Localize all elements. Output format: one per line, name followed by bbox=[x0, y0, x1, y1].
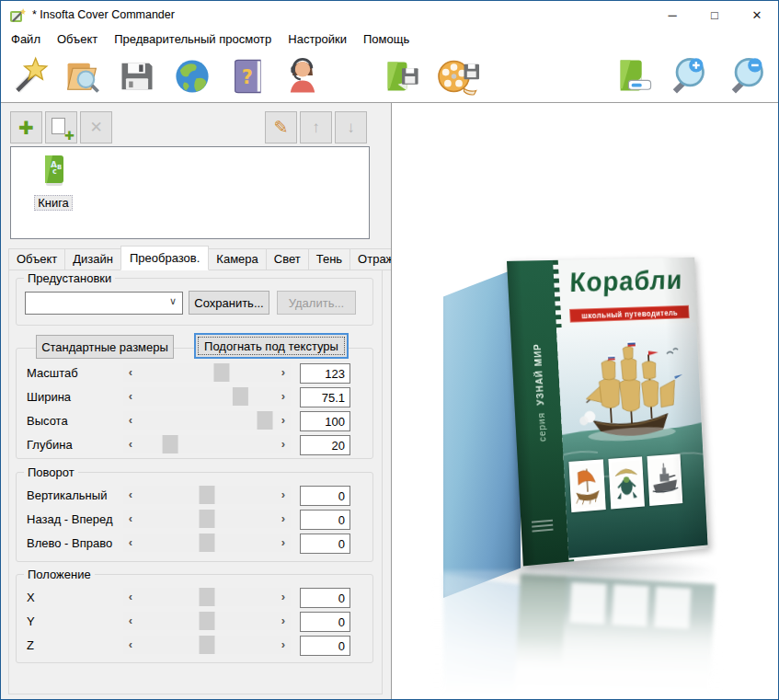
position-group-label: Положение bbox=[24, 568, 95, 581]
toolbar: ? bbox=[1, 49, 778, 102]
slider-left-arrow[interactable]: ‹ bbox=[123, 411, 138, 430]
delete-x-icon: ✕ bbox=[89, 118, 102, 137]
depth-value-input[interactable] bbox=[300, 435, 350, 455]
fit-to-textures-button[interactable]: Подогнать под текстуры bbox=[194, 333, 349, 359]
slider-right-arrow[interactable]: › bbox=[276, 486, 291, 504]
close-button[interactable]: ✕ bbox=[736, 1, 778, 29]
x-value-input[interactable] bbox=[300, 588, 350, 608]
slider-thumb[interactable] bbox=[232, 387, 247, 406]
tab-design[interactable]: Дизайн bbox=[64, 248, 121, 270]
width-slider[interactable]: ‹› bbox=[123, 387, 291, 406]
website-globe-icon[interactable] bbox=[170, 54, 214, 98]
slider-left-arrow[interactable]: ‹ bbox=[123, 363, 138, 382]
slider-right-arrow[interactable]: › bbox=[276, 411, 291, 430]
slider-thumb[interactable] bbox=[200, 612, 215, 630]
slider-left-arrow[interactable]: ‹ bbox=[123, 435, 138, 453]
slider-right-arrow[interactable]: › bbox=[276, 363, 291, 382]
slider-left-arrow[interactable]: ‹ bbox=[123, 588, 138, 606]
z-value-input[interactable] bbox=[300, 636, 350, 656]
preset-save-button[interactable]: Сохранить... bbox=[189, 291, 269, 315]
scale-slider[interactable]: ‹› bbox=[123, 363, 291, 382]
menu-preview[interactable]: Предварительный просмотр bbox=[106, 30, 280, 48]
list-item[interactable]: A c в Книга bbox=[24, 153, 83, 211]
standard-sizes-button[interactable]: Стандартные размеры bbox=[36, 335, 174, 359]
slider-right-arrow[interactable]: › bbox=[276, 636, 291, 654]
slider-left-arrow[interactable]: ‹ bbox=[123, 534, 138, 552]
export-video-icon[interactable] bbox=[433, 54, 485, 98]
depth-label: Глубина bbox=[27, 435, 120, 455]
tab-transform[interactable]: Преобразов. bbox=[120, 246, 209, 270]
x-slider[interactable]: ‹› bbox=[123, 588, 291, 606]
slider-right-arrow[interactable]: › bbox=[276, 534, 291, 552]
support-agent-icon[interactable] bbox=[281, 54, 325, 98]
tab-bar: Объект Дизайн Преобразов. Камера Свет Те… bbox=[8, 248, 428, 270]
y-slider[interactable]: ‹› bbox=[123, 612, 291, 630]
scale-value-input[interactable] bbox=[300, 363, 350, 384]
width-value-input[interactable] bbox=[300, 387, 350, 407]
rename-object-button[interactable]: ✎ bbox=[265, 111, 297, 143]
vertical-value-input[interactable] bbox=[300, 486, 350, 506]
vertical-label: Вертикальный bbox=[27, 486, 120, 506]
tab-object[interactable]: Объект bbox=[8, 248, 65, 270]
render-progress-book-icon[interactable] bbox=[615, 54, 654, 98]
slider-thumb[interactable] bbox=[200, 486, 215, 504]
object-list[interactable]: A c в Книга bbox=[10, 146, 370, 239]
slider-thumb[interactable] bbox=[200, 636, 215, 654]
tab-shadow[interactable]: Тень bbox=[308, 248, 350, 270]
slider-right-arrow[interactable]: › bbox=[276, 510, 291, 528]
left-right-slider[interactable]: ‹› bbox=[123, 534, 291, 552]
slider-thumb[interactable] bbox=[200, 510, 215, 528]
add-object-button[interactable]: ✚ bbox=[10, 111, 42, 143]
left-right-value-input[interactable] bbox=[300, 534, 350, 554]
delete-object-button[interactable]: ✕ bbox=[80, 111, 112, 143]
plus-icon: ✚ bbox=[64, 130, 74, 142]
back-forward-value-input[interactable] bbox=[300, 510, 350, 530]
zoom-out-icon[interactable] bbox=[724, 54, 768, 98]
slider-right-arrow[interactable]: › bbox=[276, 435, 291, 453]
zoom-in-icon[interactable] bbox=[665, 54, 709, 98]
height-label: Высота bbox=[27, 411, 120, 431]
slider-left-arrow[interactable]: ‹ bbox=[123, 636, 138, 654]
slider-right-arrow[interactable]: › bbox=[276, 387, 291, 406]
slider-left-arrow[interactable]: ‹ bbox=[123, 387, 138, 406]
book-reflection bbox=[434, 574, 719, 699]
slider-thumb[interactable] bbox=[257, 411, 272, 430]
slider-left-arrow[interactable]: ‹ bbox=[123, 612, 138, 630]
depth-slider[interactable]: ‹› bbox=[123, 435, 291, 453]
export-image-icon[interactable] bbox=[380, 54, 424, 98]
tab-light[interactable]: Свет bbox=[266, 248, 309, 270]
slider-left-arrow[interactable]: ‹ bbox=[123, 486, 138, 504]
move-up-button[interactable]: ↑ bbox=[300, 111, 332, 143]
minimize-button[interactable]: ─ bbox=[651, 1, 693, 29]
window-title: * Insofta Cover Commander bbox=[32, 8, 175, 21]
slider-right-arrow[interactable]: › bbox=[276, 612, 291, 630]
open-project-icon[interactable] bbox=[60, 54, 104, 98]
slider-thumb[interactable] bbox=[200, 588, 215, 606]
slider-left-arrow[interactable]: ‹ bbox=[123, 510, 138, 528]
presets-group-label: Предустановки bbox=[24, 271, 115, 285]
slider-thumb[interactable] bbox=[163, 435, 178, 453]
menu-object[interactable]: Объект bbox=[49, 30, 106, 48]
new-project-wand-icon[interactable] bbox=[6, 54, 51, 98]
tab-camera[interactable]: Камера bbox=[208, 248, 266, 270]
slider-thumb[interactable] bbox=[200, 534, 215, 552]
duplicate-object-button[interactable]: ✚ bbox=[45, 111, 77, 143]
slider-thumb[interactable] bbox=[213, 363, 229, 382]
z-slider[interactable]: ‹› bbox=[123, 636, 291, 654]
help-book-icon[interactable]: ? bbox=[227, 54, 271, 98]
menu-settings[interactable]: Настройки bbox=[280, 30, 355, 48]
menu-file[interactable]: Файл bbox=[3, 30, 49, 48]
vertical-slider[interactable]: ‹› bbox=[123, 486, 291, 504]
y-value-input[interactable] bbox=[300, 612, 350, 632]
back-forward-slider[interactable]: ‹› bbox=[123, 510, 291, 528]
height-value-input[interactable] bbox=[300, 411, 350, 431]
menu-bar: Файл Объект Предварительный просмотр Нас… bbox=[1, 29, 778, 49]
move-down-button[interactable]: ↓ bbox=[335, 111, 367, 143]
preset-combobox[interactable]: ∨ bbox=[25, 292, 183, 315]
menu-help[interactable]: Помощь bbox=[355, 30, 418, 48]
slider-right-arrow[interactable]: › bbox=[276, 588, 291, 606]
save-project-icon[interactable] bbox=[115, 54, 159, 98]
preview-canvas[interactable]: серия УЗНАЙ МИР Корабли школьный путевод… bbox=[391, 103, 779, 699]
height-slider[interactable]: ‹› bbox=[123, 411, 291, 430]
maximize-button[interactable]: □ bbox=[693, 1, 736, 29]
